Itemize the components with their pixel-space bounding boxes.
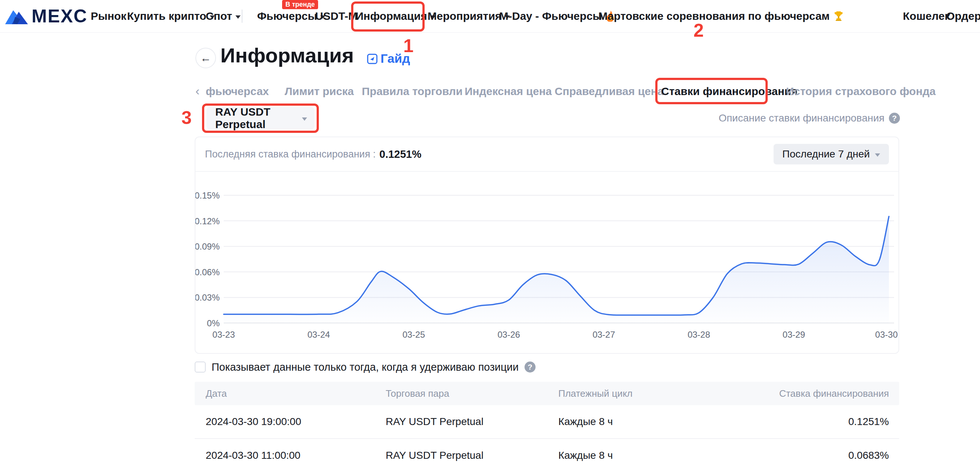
- svg-text:0.06%: 0.06%: [196, 267, 220, 277]
- svg-text:0.09%: 0.09%: [196, 241, 220, 252]
- tab-insurance-fund-history[interactable]: История страхового фонда: [786, 79, 935, 104]
- range-selector[interactable]: Последние 7 дней: [773, 144, 889, 165]
- cell-pair: RAY USDT Perpetual: [386, 405, 484, 438]
- annotation-number-3: 3: [181, 107, 192, 128]
- svg-text:03-28: 03-28: [687, 329, 710, 339]
- page: MEXC Рынок Купить крипто Спот Фьючерсы В…: [0, 0, 980, 472]
- table-header-cycle: Платежный цикл: [558, 382, 633, 405]
- cell-rate: 0.1251%: [848, 405, 889, 438]
- guide-book-icon: [367, 53, 378, 65]
- nav-item-mday-futures[interactable]: M-Day - Фьючерсы: [499, 0, 615, 32]
- position-filter-label: Показывает данные только тогда, когда я …: [212, 361, 519, 373]
- table-header-date: Дата: [206, 382, 227, 405]
- last-funding-rate-label: Последняя ставка финансирования :: [205, 149, 376, 160]
- svg-text:03-25: 03-25: [402, 329, 425, 339]
- nav-item-usdt-m[interactable]: USDT-M: [315, 0, 357, 32]
- cell-pair: RAY USDT Perpetual: [386, 439, 484, 472]
- question-mark-icon: ?: [889, 112, 900, 124]
- funding-rate-chart-card: Последняя ставка финансирования : 0.1251…: [195, 136, 899, 354]
- chart-card-header: Последняя ставка финансирования : 0.1251…: [196, 137, 899, 172]
- svg-text:03-23: 03-23: [212, 329, 235, 339]
- svg-text:0%: 0%: [207, 318, 220, 328]
- mexc-logo-icon: [5, 7, 28, 25]
- svg-text:0.03%: 0.03%: [196, 293, 220, 303]
- svg-text:0.15%: 0.15%: [196, 190, 220, 200]
- position-filter-checkbox[interactable]: [195, 361, 206, 372]
- question-mark-icon[interactable]: ?: [525, 361, 536, 372]
- nav-item-orders[interactable]: Ордера: [946, 0, 980, 32]
- table-row[interactable]: 2024-03-30 11:00:00 RAY USDT Perpetual К…: [195, 439, 899, 472]
- table-header-rate: Ставка финансирования: [779, 382, 889, 405]
- nav-item-events[interactable]: Мероприятия: [428, 0, 510, 32]
- nav-item-buy-crypto[interactable]: Купить крипто: [127, 0, 215, 32]
- funding-rate-description-label: Описание ставки финансирования: [719, 112, 885, 124]
- mexc-logo-text: MEXC: [32, 5, 88, 27]
- cell-date: 2024-03-30 19:00:00: [206, 405, 301, 438]
- tab-about-futures[interactable]: фьючерсах: [206, 79, 269, 104]
- last-funding-rate-value: 0.1251%: [379, 148, 422, 160]
- chevron-down-icon: [235, 16, 240, 19]
- tab-risk-limit[interactable]: Лимит риска: [285, 79, 354, 104]
- top-nav: MEXC Рынок Купить крипто Спот Фьючерсы В…: [0, 0, 980, 33]
- cell-cycle: Каждые 8 ч: [558, 405, 612, 438]
- svg-text:03-29: 03-29: [783, 329, 805, 339]
- table-row[interactable]: 2024-03-30 19:00:00 RAY USDT Perpetual К…: [195, 405, 899, 439]
- pair-selector[interactable]: RAY USDT Perpetual: [207, 107, 314, 129]
- table-header-row: Дата Торговая пара Платежный цикл Ставка…: [195, 382, 899, 405]
- tab-funding-rates[interactable]: Ставки финансирования: [661, 79, 797, 104]
- mexc-logo[interactable]: MEXC: [5, 0, 88, 32]
- tab-trading-rules[interactable]: Правила торговли: [362, 79, 463, 104]
- pair-selector-value: RAY USDT Perpetual: [215, 106, 302, 131]
- back-arrow-icon: ←: [200, 52, 211, 64]
- tabs-scroll-left-icon[interactable]: ‹: [196, 79, 199, 104]
- guide-link[interactable]: Гайд: [367, 51, 410, 66]
- nav-item-wallet[interactable]: Кошелек: [903, 0, 950, 32]
- tab-fair-price[interactable]: Справедливая цена: [555, 79, 664, 104]
- position-filter-row: Показывает данные только тогда, когда я …: [195, 359, 536, 375]
- range-selector-value: Последние 7 дней: [783, 148, 870, 160]
- back-button[interactable]: ←: [196, 48, 216, 68]
- cell-cycle: Каждые 8 ч: [558, 439, 612, 472]
- chevron-down-icon: [302, 117, 307, 121]
- cell-rate: 0.0683%: [848, 439, 889, 472]
- chevron-down-icon: [875, 154, 880, 157]
- guide-label: Гайд: [380, 51, 410, 66]
- funding-rate-table: Дата Торговая пара Платежный цикл Ставка…: [195, 382, 899, 472]
- page-title: Информация: [220, 43, 354, 67]
- nav-divider: [242, 10, 242, 23]
- table-header-pair: Торговая пара: [386, 382, 449, 405]
- funding-rate-chart: 0%0.03%0.06%0.09%0.12%0.15%03-2303-2403-…: [196, 172, 899, 353]
- svg-text:03-30: 03-30: [875, 329, 898, 339]
- nav-item-march-competition[interactable]: Мартовские соревнования по фьючерсам: [598, 0, 844, 32]
- nav-item-spot[interactable]: Спот: [206, 0, 240, 32]
- nav-item-market[interactable]: Рынок: [91, 0, 126, 32]
- trending-badge: В тренде: [282, 0, 318, 9]
- svg-text:03-27: 03-27: [592, 329, 615, 339]
- funding-rate-description-link[interactable]: Описание ставки финансирования ?: [719, 107, 900, 129]
- svg-text:03-26: 03-26: [497, 329, 520, 339]
- cell-date: 2024-03-30 11:00:00: [206, 439, 301, 472]
- tab-index-price[interactable]: Индексная цена: [465, 79, 552, 104]
- svg-text:03-24: 03-24: [307, 329, 330, 339]
- nav-item-information[interactable]: Информация: [356, 0, 436, 32]
- trophy-icon: [833, 11, 844, 22]
- svg-text:0.12%: 0.12%: [196, 216, 220, 226]
